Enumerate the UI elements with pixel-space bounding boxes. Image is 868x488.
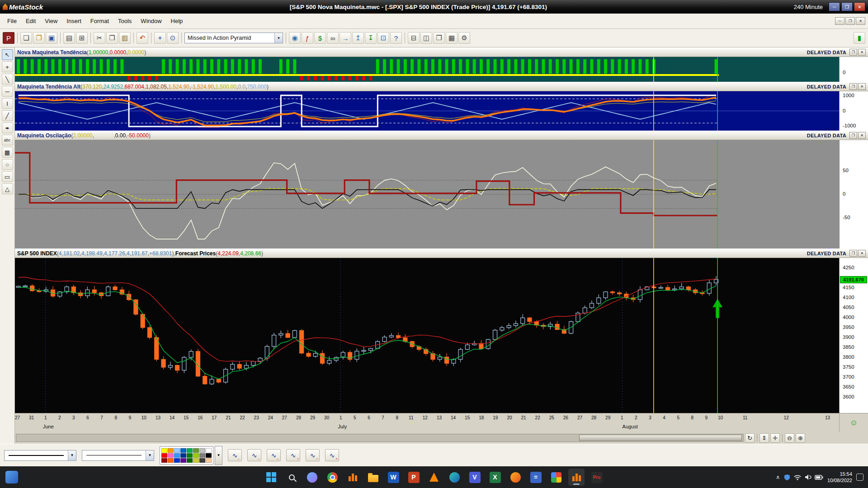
taskbar-metastock-chart-icon[interactable] (344, 469, 361, 486)
taskbar-edge-icon[interactable] (446, 469, 462, 486)
widgets-icon[interactable] (5, 471, 18, 483)
menu-tools[interactable]: Tools (113, 15, 136, 27)
palette-dropdown-button[interactable]: ▼ (215, 446, 222, 465)
triangle-tool[interactable]: △ (2, 183, 13, 194)
menu-file[interactable]: File (3, 15, 21, 27)
rectangle-tool[interactable]: ▭ (2, 171, 13, 182)
fit-vertical-button[interactable]: ⇕ (760, 433, 769, 443)
taskbar-calculator-icon[interactable]: = (528, 469, 544, 486)
tendencia-alt-chart[interactable] (15, 91, 839, 131)
menu-format[interactable]: Format (86, 15, 113, 27)
paste-button[interactable]: ▥ (119, 32, 131, 44)
undo-button[interactable]: ↶ (137, 32, 148, 44)
panel-restore-button[interactable]: ❐ (849, 49, 857, 56)
horizontal-line-tool[interactable]: ─ (2, 86, 13, 97)
layout-grid-button[interactable]: ▦ (446, 32, 458, 44)
ellipse-tool[interactable]: ○ (2, 159, 13, 170)
taskbar-chrome-icon[interactable] (324, 469, 340, 486)
tray-chevron-icon[interactable]: ∧ (776, 474, 780, 480)
color-swatch[interactable] (187, 458, 193, 463)
mdi-restore-button[interactable]: ❐ (845, 17, 855, 25)
zoom-out-button[interactable]: ⊖ (785, 433, 794, 443)
powerbar-button[interactable]: P (3, 32, 14, 44)
new-chart-button[interactable]: ❏ (20, 32, 32, 44)
angle-line-tool[interactable]: ╱ (2, 110, 13, 121)
color-swatch[interactable] (168, 453, 174, 458)
copy-button[interactable]: ❒ (106, 32, 118, 44)
zoom-preset-1[interactable]: ∿← (228, 449, 242, 461)
trendline-tool[interactable]: ╲ (2, 74, 13, 84)
cascade-button[interactable]: ❐ (433, 32, 445, 44)
color-swatch[interactable] (206, 458, 212, 463)
save-button[interactable]: ▣ (46, 32, 57, 44)
page-arrows[interactable]: ◂▸ (2, 122, 13, 133)
zoom-preset-2[interactable]: ∿→ (247, 449, 261, 461)
taskbar-clock[interactable]: 15:54 10/08/2022 (827, 471, 852, 484)
taskbar-vlc-icon[interactable] (426, 469, 442, 486)
zoom-preset-5[interactable]: ∿− (306, 449, 320, 461)
color-swatch[interactable] (168, 448, 174, 453)
color-swatch[interactable] (161, 458, 167, 463)
explorer-button[interactable]: ◉ (289, 32, 301, 44)
line-weight-combo[interactable]: ▼ (82, 450, 154, 461)
vertical-line-tool[interactable]: I (2, 98, 13, 109)
panel-close-button[interactable]: ✕ (858, 132, 866, 139)
publish-button[interactable]: ↥ (352, 32, 364, 44)
crosshair-tool[interactable]: + (2, 61, 13, 72)
color-swatch[interactable] (174, 453, 180, 458)
taskbar-file-explorer-icon[interactable] (365, 469, 381, 486)
color-swatch[interactable] (206, 448, 212, 453)
grid-tool[interactable]: ▦ (2, 147, 13, 158)
oscilacao-chart[interactable] (15, 140, 839, 249)
taskbar-metastock-icon[interactable] (568, 469, 585, 486)
color-swatch[interactable] (193, 453, 199, 458)
scan-button[interactable]: ∞ (327, 32, 339, 44)
menu-edit[interactable]: Edit (21, 15, 40, 27)
pan-button[interactable]: ✛ (770, 433, 780, 443)
move-button[interactable]: ⌖ (154, 32, 166, 44)
taskbar-start-icon[interactable] (263, 469, 279, 486)
line-style-combo[interactable]: ▼ (4, 450, 76, 461)
zoom-preset-6[interactable]: ∿+ (325, 449, 339, 461)
help-button[interactable]: ? (390, 32, 402, 44)
pointer-tool[interactable]: ↖ (2, 49, 13, 60)
color-swatch[interactable] (168, 458, 174, 463)
forecast-button[interactable]: → (340, 32, 351, 44)
volume-icon[interactable] (805, 474, 811, 480)
panel-restore-button[interactable]: ❐ (849, 250, 857, 257)
color-swatch[interactable] (199, 458, 205, 463)
zoom-preset-3[interactable]: ∿↔ (267, 449, 281, 461)
minimize-button[interactable]: ─ (829, 2, 840, 11)
status-button[interactable]: ▮ (854, 32, 865, 44)
color-swatch[interactable] (199, 453, 205, 458)
panel-restore-button[interactable]: ❐ (849, 132, 857, 139)
menu-insert[interactable]: Insert (62, 15, 86, 27)
color-swatch[interactable] (180, 448, 186, 453)
taskbar-search-icon[interactable] (283, 469, 300, 486)
taskbar-photos-icon[interactable] (548, 469, 564, 486)
color-swatch[interactable] (187, 448, 193, 453)
panel-restore-button[interactable]: ❐ (849, 83, 857, 90)
color-swatch[interactable] (180, 453, 186, 458)
template-combo[interactable]: Missed In Action Pyramid▼ (184, 33, 283, 43)
options-button[interactable]: ⚙ (458, 32, 470, 44)
menu-help[interactable]: Help (166, 15, 188, 27)
taskbar-excel-icon[interactable]: X (487, 469, 503, 486)
price-chart[interactable] (15, 258, 839, 413)
horizontal-scrollbar[interactable] (16, 434, 744, 442)
scrollbar-thumb[interactable] (579, 435, 742, 441)
cut-button[interactable]: ✂ (94, 32, 105, 44)
panel-close-button[interactable]: ✕ (858, 250, 866, 257)
menu-window[interactable]: Window (136, 15, 166, 27)
menu-view[interactable]: View (40, 15, 62, 27)
text-tool[interactable]: abc (2, 135, 13, 145)
download-button[interactable]: ↧ (365, 32, 377, 44)
indicator-builder-button[interactable]: ƒ (302, 32, 313, 44)
print-button[interactable]: ▤ (63, 32, 75, 44)
research-button[interactable]: ⊡ (377, 32, 389, 44)
color-palette[interactable] (160, 446, 213, 465)
mdi-minimize-button[interactable]: ─ (835, 17, 844, 25)
zoom-button[interactable]: ⊙ (167, 32, 179, 44)
tile-vertical-button[interactable]: ◫ (420, 32, 432, 44)
taskbar-word-icon[interactable]: W (385, 469, 401, 486)
